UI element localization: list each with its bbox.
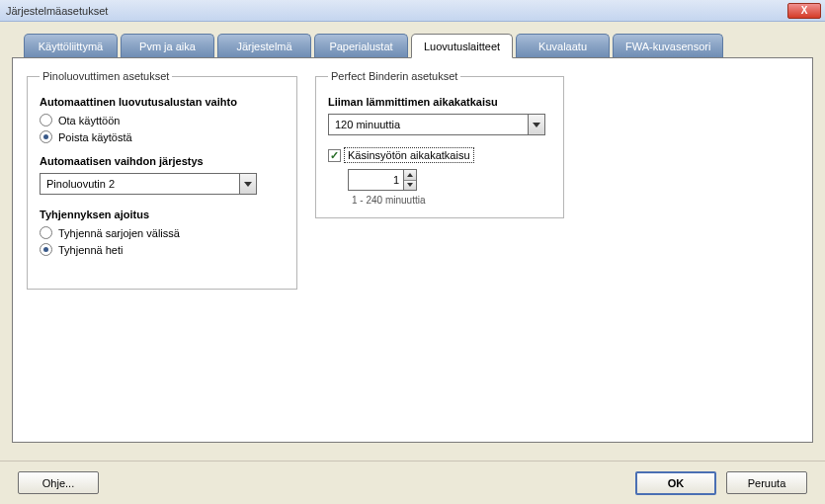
window-title: Järjestelmäasetukset (6, 5, 108, 17)
stacker-legend: Pinoluovuttimen asetukset (40, 70, 172, 82)
tab-bar: Käyttöliittymä Pvm ja aika Järjestelmä P… (12, 34, 813, 57)
titlebar: Järjestelmäasetukset X (0, 0, 825, 22)
cancel-button[interactable]: Peruuta (726, 471, 807, 494)
manual-feed-value[interactable]: 1 (348, 169, 403, 191)
tab-datetime[interactable]: Pvm ja aika (121, 34, 214, 57)
spinner-up-button[interactable] (404, 170, 416, 180)
manual-feed-spinner[interactable]: 1 (348, 169, 417, 191)
stacker-settings-group: Pinoluovuttimen asetukset Automaattinen … (27, 70, 297, 290)
tab-output[interactable]: Luovutuslaitteet (411, 34, 513, 58)
dialog-footer: Ohje... OK Peruuta (0, 461, 825, 504)
auto-order-combo[interactable]: Pinoluovutin 2 (40, 173, 257, 195)
glue-timeout-title: Liiman lämmittimen aikakatkaisu (328, 96, 551, 108)
binder-settings-group: Perfect Binderin asetukset Liiman lämmit… (315, 70, 564, 218)
manual-feed-hint: 1 - 240 minuuttia (352, 195, 551, 206)
chevron-down-icon (407, 183, 413, 187)
unload-title: Tyhjennyksen ajoitus (40, 209, 285, 220)
auto-switch-disable-label: Poista käytöstä (58, 131, 132, 143)
window-content: Käyttöliittymä Pvm ja aika Järjestelmä P… (0, 22, 825, 451)
manual-feed-label: Käsinsyötön aikakatkaisu (344, 147, 474, 163)
auto-switch-enable-label: Ota käyttöön (58, 115, 120, 126)
chevron-down-icon (244, 182, 252, 187)
binder-legend: Perfect Binderin asetukset (328, 70, 460, 82)
auto-switch-enable-radio[interactable] (40, 114, 52, 126)
tab-sensor[interactable]: FWA-kuvasensori (613, 34, 723, 57)
chevron-up-icon (407, 173, 413, 177)
tab-ui[interactable]: Käyttöliittymä (24, 34, 118, 57)
tab-system[interactable]: Järjestelmä (217, 34, 311, 57)
glue-timeout-dropdown-button[interactable] (528, 114, 545, 135)
unload-between-label: Tyhjennä sarjojen välissä (58, 227, 180, 239)
auto-switch-disable-radio[interactable] (40, 130, 52, 143)
tab-trays[interactable]: Paperialustat (314, 34, 408, 57)
spinner-down-button[interactable] (404, 180, 416, 191)
ok-button[interactable]: OK (635, 471, 716, 495)
chevron-down-icon (533, 123, 540, 127)
auto-order-dropdown-button[interactable] (239, 173, 257, 195)
glue-timeout-value: 120 minuuttia (328, 114, 528, 135)
unload-now-radio[interactable] (40, 243, 52, 256)
unload-now-label: Tyhjennä heti (58, 244, 123, 256)
tab-panel: Pinoluovuttimen asetukset Automaattinen … (12, 57, 813, 443)
manual-feed-checkbox[interactable] (328, 149, 341, 162)
tab-quality[interactable]: Kuvalaatu (516, 34, 610, 57)
close-button[interactable]: X (787, 3, 821, 19)
auto-switch-title: Automaattinen luovutusalustan vaihto (40, 96, 285, 108)
unload-between-radio[interactable] (40, 226, 52, 239)
glue-timeout-combo[interactable]: 120 minuuttia (328, 114, 545, 135)
auto-order-title: Automaatisen vaihdon järjestys (40, 155, 285, 167)
auto-order-value: Pinoluovutin 2 (40, 173, 239, 195)
help-button[interactable]: Ohje... (18, 471, 99, 494)
